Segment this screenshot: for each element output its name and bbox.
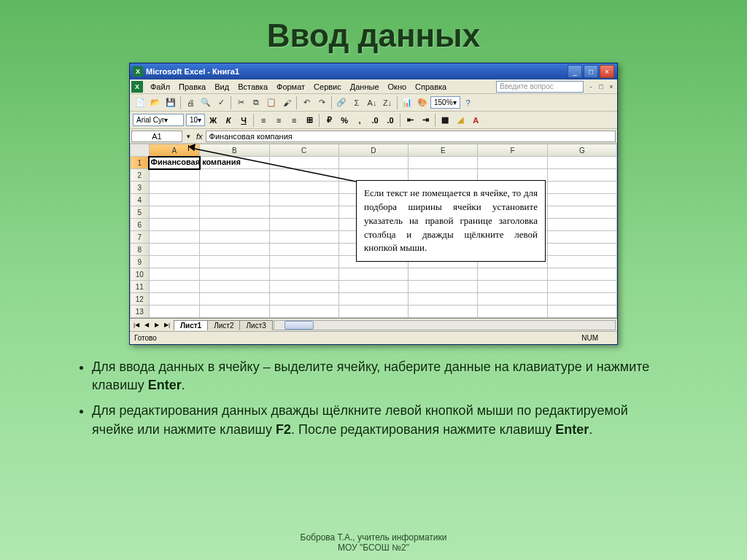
font-color-icon[interactable]: A — [468, 113, 483, 128]
row-header[interactable]: 7 — [131, 231, 150, 244]
menu-edit[interactable]: Правка — [174, 81, 210, 93]
cell[interactable] — [149, 256, 200, 268]
cell[interactable] — [269, 169, 338, 182]
row-header[interactable]: 5 — [131, 206, 150, 219]
cell[interactable] — [338, 268, 408, 281]
cell[interactable] — [338, 281, 408, 293]
cell[interactable] — [269, 182, 338, 194]
italic-button[interactable]: К — [221, 113, 236, 128]
cell[interactable] — [269, 293, 338, 306]
cell[interactable] — [409, 293, 478, 306]
cell[interactable] — [338, 169, 408, 182]
cell[interactable] — [149, 293, 200, 306]
column-header-a[interactable]: A — [149, 144, 200, 157]
tab-first-icon[interactable]: |◀ — [131, 320, 142, 330]
dec-indent-icon[interactable]: ⇤ — [403, 113, 417, 128]
cell[interactable] — [547, 256, 616, 268]
menu-format[interactable]: Формат — [272, 81, 309, 93]
cell[interactable] — [409, 169, 478, 182]
horizontal-scrollbar[interactable] — [274, 320, 616, 330]
column-header-d[interactable]: D — [338, 144, 408, 157]
column-header-f[interactable]: F — [478, 144, 547, 157]
column-header-b[interactable]: B — [200, 144, 269, 157]
print-icon[interactable]: 🖨 — [183, 96, 198, 110]
format-painter-icon[interactable]: 🖌 — [279, 96, 294, 110]
cell[interactable] — [338, 157, 408, 169]
cell[interactable] — [547, 194, 616, 206]
doc-restore-button[interactable]: - — [587, 82, 595, 91]
tab-prev-icon[interactable]: ◀ — [142, 320, 152, 330]
cell[interactable] — [547, 306, 616, 318]
cell[interactable] — [149, 306, 200, 318]
row-header-1[interactable]: 1 — [131, 157, 150, 169]
minimize-button[interactable]: _ — [568, 65, 582, 78]
cell[interactable] — [149, 244, 200, 256]
save-icon[interactable]: 💾 — [163, 96, 178, 110]
help-icon[interactable]: ? — [461, 96, 476, 110]
underline-button[interactable]: Ч — [236, 113, 251, 128]
sort-asc-icon[interactable]: A↓ — [365, 96, 379, 110]
copy-icon[interactable]: ⧉ — [249, 96, 263, 110]
menu-tools[interactable]: Сервис — [309, 81, 346, 93]
menu-window[interactable]: Окно — [384, 81, 411, 93]
cell[interactable] — [200, 268, 269, 281]
menu-insert[interactable]: Вставка — [233, 81, 272, 93]
row-header[interactable]: 11 — [131, 281, 150, 293]
cell[interactable] — [478, 268, 547, 281]
cell[interactable] — [269, 157, 338, 169]
cell[interactable] — [409, 306, 478, 318]
doc-max-button[interactable]: □ — [597, 82, 605, 91]
row-header[interactable]: 9 — [131, 256, 150, 268]
cell[interactable] — [547, 206, 616, 219]
cell[interactable] — [478, 293, 547, 306]
cell[interactable] — [149, 231, 200, 244]
align-right-icon[interactable]: ≡ — [287, 113, 301, 128]
cell[interactable] — [200, 256, 269, 268]
tab-last-icon[interactable]: ▶| — [162, 320, 172, 330]
font-name-input[interactable]: Arial Cyr ▾ — [133, 114, 184, 126]
comma-icon[interactable]: , — [352, 113, 367, 128]
row-header[interactable]: 12 — [131, 293, 150, 306]
cell[interactable] — [409, 157, 478, 169]
paste-icon[interactable]: 📋 — [264, 96, 279, 110]
row-header[interactable]: 6 — [131, 219, 150, 231]
cell[interactable] — [200, 219, 269, 231]
row-header[interactable]: 8 — [131, 244, 150, 256]
cell[interactable] — [200, 194, 269, 206]
new-icon[interactable]: 📄 — [133, 96, 147, 110]
cell[interactable] — [269, 194, 338, 206]
column-header-e[interactable]: E — [409, 144, 478, 157]
cell[interactable] — [547, 281, 616, 293]
cell[interactable] — [269, 306, 338, 318]
cut-icon[interactable]: ✂ — [233, 96, 248, 110]
merge-icon[interactable]: ⊞ — [302, 113, 317, 128]
inc-decimal-icon[interactable]: .0 — [368, 113, 382, 128]
cell[interactable] — [547, 293, 616, 306]
fx-button[interactable]: fx — [193, 132, 206, 141]
hyperlink-icon[interactable]: 🔗 — [334, 96, 349, 110]
cell[interactable] — [478, 306, 547, 318]
column-header-g[interactable]: G — [547, 144, 616, 157]
cell[interactable] — [269, 244, 338, 256]
close-button[interactable]: × — [600, 65, 614, 78]
row-header[interactable]: 10 — [131, 268, 150, 281]
cell[interactable] — [269, 281, 338, 293]
row-header[interactable]: 4 — [131, 194, 150, 206]
formula-dropdown-icon[interactable]: ▾ — [184, 133, 193, 140]
cell[interactable] — [547, 244, 616, 256]
spell-icon[interactable]: ✓ — [214, 96, 228, 110]
cell[interactable] — [338, 306, 408, 318]
cell[interactable] — [338, 293, 408, 306]
cell[interactable] — [269, 206, 338, 219]
cell[interactable] — [547, 182, 616, 194]
doc-close-button[interactable]: × — [607, 82, 616, 91]
undo-icon[interactable]: ↶ — [299, 96, 314, 110]
chart-icon[interactable]: 📊 — [400, 96, 414, 110]
sheet-tab-2[interactable]: Лист2 — [207, 320, 240, 330]
menu-file[interactable]: Файл — [146, 81, 174, 93]
row-header[interactable]: 13 — [131, 306, 150, 318]
cell[interactable] — [269, 219, 338, 231]
redo-icon[interactable]: ↷ — [314, 96, 329, 110]
autosum-icon[interactable]: Σ — [349, 96, 364, 110]
maximize-button[interactable]: □ — [584, 65, 598, 78]
